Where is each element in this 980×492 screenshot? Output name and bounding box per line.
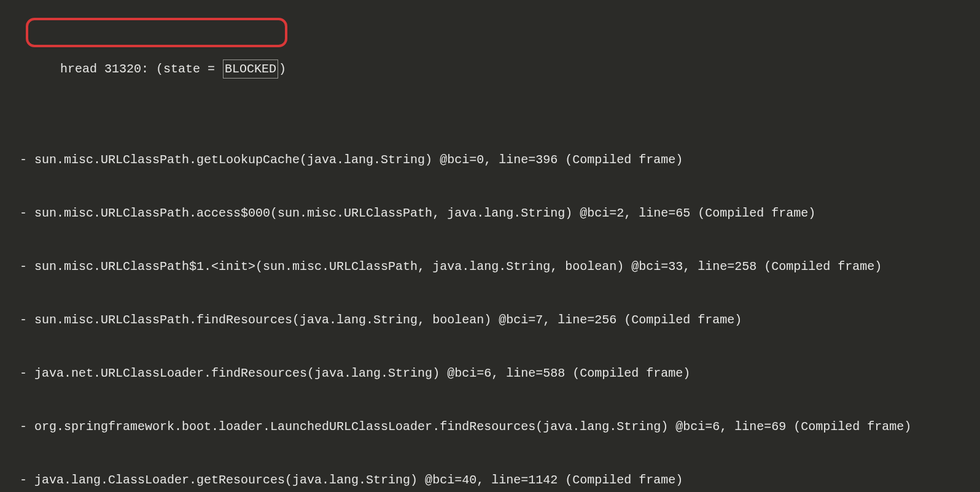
stack-frames: - sun.misc.URLClassPath.getLookupCache(j…	[12, 115, 980, 492]
annotation-highlight	[26, 18, 287, 47]
stack-frame: - sun.misc.URLClassPath.findResources(ja…	[12, 311, 980, 329]
header-suffix: )	[279, 62, 286, 76]
stack-frame: - org.springframework.boot.loader.Launch…	[12, 418, 980, 436]
stack-frame: - sun.misc.URLClassPath$1.<init>(sun.mis…	[12, 258, 980, 275]
terminal-output: hread 31320: (state = BLOCKED) - sun.mis…	[0, 6, 980, 492]
thread-header: hread 31320: (state = BLOCKED)	[31, 24, 286, 96]
thread-state: BLOCKED	[223, 60, 278, 79]
state-label: : (state =	[141, 62, 222, 76]
stack-frame: - sun.misc.URLClassPath.access$000(sun.m…	[12, 204, 980, 222]
stack-frame: - sun.misc.URLClassPath.getLookupCache(j…	[12, 151, 980, 169]
thread-id: 31320	[104, 62, 141, 76]
stack-frame: - java.net.URLClassLoader.findResources(…	[12, 364, 980, 382]
stack-frame: - java.lang.ClassLoader.getResources(jav…	[12, 471, 980, 489]
thread-prefix: hread	[60, 62, 104, 76]
